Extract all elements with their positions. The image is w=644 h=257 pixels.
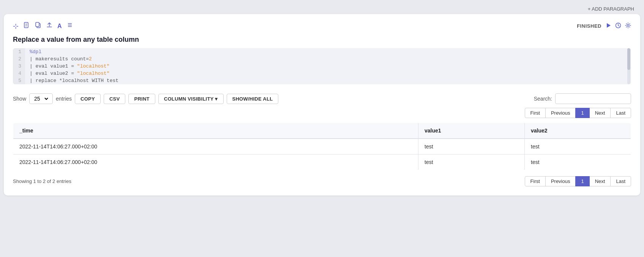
svg-marker-9 xyxy=(607,23,611,28)
code-line-5: 5 | replace *localhost WITH test xyxy=(13,77,631,84)
prev-page-btn-top[interactable]: Previous xyxy=(545,108,576,118)
pagination-top: First Previous 1 Next Last xyxy=(13,108,631,118)
line-content: %dpl xyxy=(25,48,631,55)
last-page-btn-bottom[interactable]: Last xyxy=(610,176,631,186)
search-input[interactable] xyxy=(555,93,631,104)
upload-icon[interactable] xyxy=(46,22,53,30)
cell-time-2: 2022-11-14T14:06:27.000+02:00 xyxy=(13,155,418,170)
print-button[interactable]: PRINT xyxy=(128,94,155,104)
column-visibility-button[interactable]: COLUMN VISIBILITY ▾ xyxy=(158,94,224,104)
table-row: 2022-11-14T14:06:27.000+02:00 test test xyxy=(13,139,631,155)
search-label: Search: xyxy=(534,96,552,102)
col-header-value1: value1 xyxy=(418,123,525,139)
scrollbar-thumb xyxy=(627,48,630,70)
col-header-value2: value2 xyxy=(525,123,631,139)
move-icon[interactable]: ⊹ xyxy=(13,22,19,30)
code-block: 1 %dpl 2 | makeresults count=2 3 | eval … xyxy=(13,48,631,84)
copy-icon[interactable] xyxy=(35,22,41,30)
toolbar: ⊹ A xyxy=(13,22,631,30)
svg-point-13 xyxy=(627,24,629,26)
page-1-btn-bottom[interactable]: 1 xyxy=(575,176,589,186)
add-paragraph-btn[interactable]: + ADD PARAGRAPH xyxy=(588,6,634,12)
next-page-btn-top[interactable]: Next xyxy=(589,108,611,118)
bottom-row: Showing 1 to 2 of 2 entries First Previo… xyxy=(13,176,631,186)
pagination-bottom: First Previous 1 Next Last xyxy=(525,176,631,186)
settings-icon[interactable] xyxy=(625,22,631,30)
prev-page-btn-bottom[interactable]: Previous xyxy=(545,176,576,186)
last-page-btn-top[interactable]: Last xyxy=(610,108,631,118)
first-page-btn-top[interactable]: First xyxy=(525,108,546,118)
line-content: | eval value1 = "localhost" xyxy=(25,63,631,70)
col-header-time: _time xyxy=(13,123,418,139)
line-number: 4 xyxy=(13,70,25,77)
line-content: | makeresults count=2 xyxy=(25,55,631,63)
next-page-btn-bottom[interactable]: Next xyxy=(589,176,611,186)
cell-value1-2: test xyxy=(418,155,525,170)
section-title: Replace a value from any table column xyxy=(13,36,631,44)
scrollbar-track[interactable] xyxy=(627,48,630,84)
toolbar-right: FINISHED xyxy=(577,22,631,30)
entries-select[interactable]: 25 10 50 100 xyxy=(33,95,49,102)
code-line-1: 1 %dpl xyxy=(13,48,631,55)
run-icon[interactable] xyxy=(605,22,611,30)
cell-value1-1: test xyxy=(418,139,525,155)
showing-text: Showing 1 to 2 of 2 entries xyxy=(13,178,71,184)
code-line-2: 2 | makeresults count=2 xyxy=(13,55,631,63)
svg-line-12 xyxy=(618,25,619,26)
table-row: 2022-11-14T14:06:27.000+02:00 test test xyxy=(13,155,631,170)
top-bar: + ADD PARAGRAPH xyxy=(4,4,640,14)
show-hide-all-button[interactable]: SHOW/HIDE ALL xyxy=(227,94,279,104)
finished-label: FINISHED xyxy=(577,23,601,29)
show-label: Show xyxy=(13,96,26,102)
line-number: 1 xyxy=(13,48,25,55)
list-icon[interactable] xyxy=(66,22,73,30)
controls-row: Show 25 10 50 100 entries COPY CSV PRINT… xyxy=(13,93,631,104)
line-content: | eval value2 = "localhost" xyxy=(25,70,631,77)
cell-value2-2: test xyxy=(525,155,631,170)
code-line-4: 4 | eval value2 = "localhost" xyxy=(13,70,631,77)
card: ⊹ A xyxy=(4,14,640,196)
svg-rect-5 xyxy=(36,22,39,27)
line-number: 2 xyxy=(13,55,25,63)
copy-button[interactable]: COPY xyxy=(75,94,101,104)
data-table: _time value1 value2 2022-11-14T14:06:27.… xyxy=(13,123,631,170)
clock-icon[interactable] xyxy=(615,22,621,30)
table-header-row: _time value1 value2 xyxy=(13,123,631,139)
first-page-btn-bottom[interactable]: First xyxy=(525,176,546,186)
line-number: 5 xyxy=(13,77,25,84)
text-icon[interactable]: A xyxy=(57,23,62,30)
page-1-btn-top[interactable]: 1 xyxy=(575,108,589,118)
cell-value2-1: test xyxy=(525,139,631,155)
search-row: Search: xyxy=(534,93,631,104)
document-icon[interactable] xyxy=(23,22,30,30)
cell-time-1: 2022-11-14T14:06:27.000+02:00 xyxy=(13,139,418,155)
csv-button[interactable]: CSV xyxy=(104,94,126,104)
entries-label: entries xyxy=(56,96,72,102)
code-line-3: 3 | eval value1 = "localhost" xyxy=(13,63,631,70)
entries-select-box[interactable]: 25 10 50 100 xyxy=(29,93,53,104)
line-content: | replace *localhost WITH test xyxy=(25,77,631,84)
toolbar-left: ⊹ A xyxy=(13,22,73,30)
line-number: 3 xyxy=(13,63,25,70)
controls-left: Show 25 10 50 100 entries COPY CSV PRINT… xyxy=(13,93,278,104)
